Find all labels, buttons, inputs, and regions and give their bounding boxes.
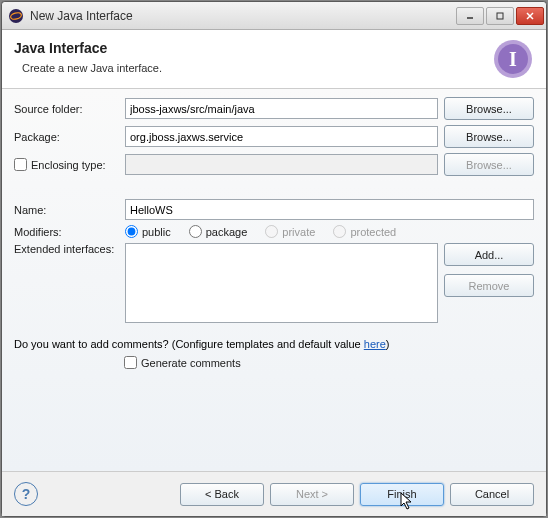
configure-templates-link[interactable]: here [364,338,386,350]
dialog-footer: ? < Back Next > Finish Cancel [2,471,546,516]
comments-text: Do you want to add comments? (Configure … [14,338,534,350]
finish-button[interactable]: Finish [360,483,444,506]
window-title: New Java Interface [30,9,456,23]
enclosing-type-label: Enclosing type: [31,159,106,171]
dialog-window: New Java Interface Java Interface Create… [1,1,547,517]
package-input[interactable] [125,126,438,147]
browse-source-button[interactable]: Browse... [444,97,534,120]
source-folder-label: Source folder: [14,103,119,115]
source-folder-input[interactable] [125,98,438,119]
extended-interfaces-label: Extended interfaces: [14,243,119,255]
modifiers-label: Modifiers: [14,226,119,238]
dialog-header: Java Interface Create a new Java interfa… [2,30,546,89]
remove-interface-button: Remove [444,274,534,297]
svg-rect-3 [497,13,503,19]
close-button[interactable] [516,7,544,25]
header-subtitle: Create a new Java interface. [22,62,162,74]
name-input[interactable] [125,199,534,220]
svg-text:I: I [509,48,517,70]
generate-comments-label: Generate comments [141,357,241,369]
titlebar[interactable]: New Java Interface [2,2,546,30]
maximize-button[interactable] [486,7,514,25]
minimize-button[interactable] [456,7,484,25]
enclosing-type-input [125,154,438,175]
next-button: Next > [270,483,354,506]
name-label: Name: [14,204,119,216]
eclipse-icon [8,8,24,24]
browse-enclosing-button: Browse... [444,153,534,176]
modifier-private: private [265,225,315,238]
cancel-button[interactable]: Cancel [450,483,534,506]
header-title: Java Interface [14,40,162,56]
generate-comments-checkbox[interactable] [124,356,137,369]
add-interface-button[interactable]: Add... [444,243,534,266]
modifier-package[interactable]: package [189,225,248,238]
modifier-public[interactable]: public [125,225,171,238]
window-controls [456,7,544,25]
interface-icon: I [492,38,534,80]
help-icon[interactable]: ? [14,482,38,506]
modifier-protected: protected [333,225,396,238]
enclosing-type-checkbox[interactable] [14,158,27,171]
browse-package-button[interactable]: Browse... [444,125,534,148]
package-label: Package: [14,131,119,143]
extended-interfaces-list[interactable] [125,243,438,323]
back-button[interactable]: < Back [180,483,264,506]
dialog-content: Source folder: Browse... Package: Browse… [2,89,546,471]
